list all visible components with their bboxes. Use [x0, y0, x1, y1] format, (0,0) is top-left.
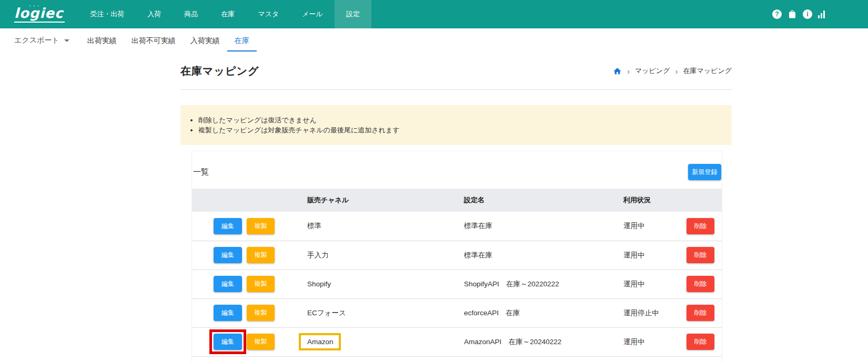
- actions-cell: 編集複製: [192, 212, 306, 241]
- status-column-header: 利用状況: [622, 189, 681, 212]
- channel-highlight: 標準: [307, 221, 321, 231]
- page-header: 在庫マッピング › マッピング › 在庫マッピング: [180, 53, 732, 82]
- channel-cell-text: 標準: [307, 222, 321, 230]
- delete-button[interactable]: 削除: [687, 334, 714, 350]
- edit-button[interactable]: 編集: [214, 247, 242, 263]
- nav-item-settings[interactable]: 設定: [335, 0, 371, 28]
- edit-button-highlight: 編集: [214, 247, 242, 263]
- channel-cell: 手入力: [306, 241, 463, 270]
- duplicate-button[interactable]: 複製: [247, 247, 275, 263]
- setting-name-cell: ecforceAPI 在庫: [463, 298, 622, 327]
- export-label: エクスポート: [14, 36, 59, 45]
- nav-item-orders-shipping[interactable]: 受注・出荷: [78, 0, 136, 28]
- mapping-table-body: 編集複製 標準 標準在庫 運用中 削除 編集複製 手入力 標準在庫 運用中 削除…: [192, 212, 722, 356]
- bag-icon[interactable]: [788, 9, 797, 19]
- delete-cell: 削除: [681, 298, 722, 327]
- status-cell: 運用停止中: [622, 298, 681, 327]
- tab-receiving-results[interactable]: 入荷実績: [183, 29, 227, 51]
- stats-icon[interactable]: [818, 10, 825, 18]
- table-row: 編集複製 ECフォース ecforceAPI 在庫 運用停止中 削除: [192, 298, 722, 327]
- actions-cell: 編集複製: [192, 298, 306, 327]
- channel-cell-text: 手入力: [307, 251, 329, 259]
- channel-cell: ECフォース: [306, 298, 463, 327]
- setting-name-cell: ShopifyAPI 在庫～20220222: [463, 270, 622, 298]
- channel-cell: Amazon: [306, 327, 463, 356]
- chevron-down-icon: [64, 39, 69, 42]
- status-cell: 運用中: [622, 241, 681, 270]
- top-navbar: • • • logiec 受注・出荷 入荷 商品 在庫 マスタ メール 設定 ?…: [0, 0, 868, 28]
- duplicate-button[interactable]: 複製: [247, 276, 275, 292]
- tab-unshippable-results[interactable]: 出荷不可実績: [124, 29, 183, 51]
- edit-button-highlight: 編集: [209, 329, 246, 354]
- setting-name-cell: 標準在庫: [463, 241, 622, 270]
- main-content: 在庫マッピング › マッピング › 在庫マッピング 削除したマッピングは復活でき…: [180, 53, 732, 362]
- mapping-table-head: 販売チャネル 設定名 利用状況: [192, 189, 722, 212]
- nav-item-products[interactable]: 商品: [173, 0, 209, 28]
- breadcrumb-separator: ›: [627, 67, 630, 76]
- table-row: 編集複製 Shopify ShopifyAPI 在庫～20220222 運用中 …: [192, 270, 722, 298]
- edit-button[interactable]: 編集: [214, 276, 242, 292]
- duplicate-button[interactable]: 複製: [247, 334, 275, 350]
- notice-box: 削除したマッピングは復活できません 複製したマッピングは対象販売チャネルの最後尾…: [180, 105, 732, 145]
- setting-name-cell: AmazonAPI 在庫～20240222: [463, 327, 622, 356]
- table-row: 編集複製 標準 標準在庫 運用中 削除: [192, 212, 722, 241]
- nav-item-master[interactable]: マスタ: [246, 0, 290, 28]
- nav-item-inventory[interactable]: 在庫: [209, 0, 246, 28]
- duplicate-button[interactable]: 複製: [247, 218, 275, 234]
- tab-shipping-results[interactable]: 出荷実績: [80, 29, 124, 51]
- help-icon[interactable]: ?: [772, 9, 782, 19]
- delete-column-header: [681, 189, 722, 212]
- page-title: 在庫マッピング: [180, 64, 259, 78]
- delete-button[interactable]: 削除: [687, 218, 714, 234]
- table-row: 編集複製 手入力 標準在庫 運用中 削除: [192, 241, 722, 270]
- edit-button[interactable]: 編集: [214, 218, 242, 234]
- mapping-table: 販売チャネル 設定名 利用状況 編集複製 標準 標準在庫 運用中 削除 編集複製…: [192, 189, 722, 357]
- breadcrumb-mapping[interactable]: マッピング: [635, 66, 670, 76]
- setting-name-cell: 標準在庫: [463, 212, 622, 241]
- channel-highlight: ECフォース: [307, 308, 346, 318]
- notice-item: 複製したマッピングは対象販売チャネルの最後尾に追加されます: [198, 125, 721, 135]
- edit-button[interactable]: 編集: [214, 305, 242, 321]
- nav-item-receiving[interactable]: 入荷: [136, 0, 173, 28]
- edit-button[interactable]: 編集: [214, 334, 242, 350]
- logo-text: logiec: [14, 6, 65, 23]
- tab-inventory[interactable]: 在庫: [227, 29, 257, 51]
- status-cell: 運用中: [622, 212, 681, 241]
- delete-button[interactable]: 削除: [687, 247, 714, 263]
- list-card: 一覧 新規登録 販売チャネル 設定名 利用状況 編集複製 標準 標準在庫 運用中…: [191, 151, 722, 362]
- setting-column-header: 設定名: [463, 189, 622, 212]
- home-icon[interactable]: [613, 67, 622, 76]
- actions-cell: 編集複製: [192, 270, 306, 298]
- new-registration-button[interactable]: 新規登録: [688, 164, 721, 180]
- info-icon[interactable]: i: [803, 9, 812, 19]
- delete-cell: 削除: [681, 212, 722, 241]
- delete-cell: 削除: [681, 270, 722, 298]
- notice-list: 削除したマッピングは復活できません 複製したマッピングは対象販売チャネルの最後尾…: [191, 115, 721, 135]
- actions-cell: 編集複製: [192, 327, 306, 356]
- channel-column-header: 販売チャネル: [306, 189, 463, 212]
- actions-cell: 編集複製: [192, 241, 306, 270]
- edit-button-highlight: 編集: [214, 276, 242, 292]
- edit-button-highlight: 編集: [214, 305, 242, 321]
- channel-highlight: Shopify: [307, 280, 331, 288]
- notice-item: 削除したマッピングは復活できません: [198, 115, 721, 125]
- delete-button[interactable]: 削除: [687, 305, 714, 321]
- logo-sparkle-icon: • • •: [29, 4, 40, 7]
- delete-button[interactable]: 削除: [687, 276, 714, 292]
- sub-navbar: エクスポート 出荷実績 出荷不可実績 入荷実績 在庫: [0, 28, 868, 53]
- breadcrumb-current: 在庫マッピング: [683, 66, 732, 76]
- delete-cell: 削除: [681, 241, 722, 270]
- table-row: 編集複製 Amazon AmazonAPI 在庫～20240222 運用中 削除: [192, 327, 722, 356]
- nav-item-mail[interactable]: メール: [290, 0, 335, 28]
- actions-column-header: [192, 189, 306, 212]
- list-title: 一覧: [193, 167, 209, 177]
- title-divider: [180, 89, 732, 90]
- channel-cell-text: Shopify: [307, 280, 331, 288]
- channel-cell-text: Amazon: [307, 338, 334, 346]
- duplicate-button[interactable]: 複製: [247, 305, 275, 321]
- breadcrumb: › マッピング › 在庫マッピング: [613, 66, 732, 76]
- list-card-header: 一覧 新規登録: [192, 151, 722, 189]
- logo[interactable]: • • • logiec: [0, 0, 68, 28]
- breadcrumb-separator: ›: [675, 67, 678, 76]
- export-dropdown[interactable]: エクスポート: [14, 36, 69, 45]
